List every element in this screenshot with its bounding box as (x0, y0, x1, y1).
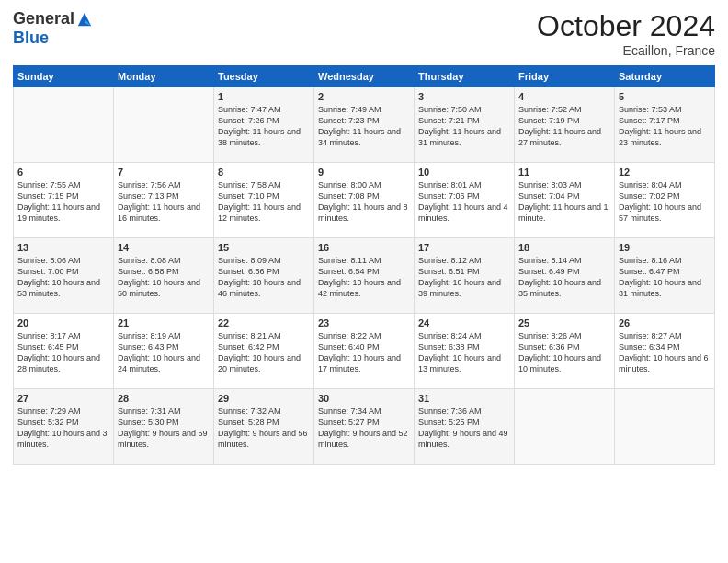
day-detail: Sunrise: 8:00 AM Sunset: 7:08 PM Dayligh… (318, 180, 408, 223)
day-detail: Sunrise: 7:34 AM Sunset: 5:27 PM Dayligh… (318, 407, 408, 449)
day-detail: Sunrise: 7:32 AM Sunset: 5:28 PM Dayligh… (218, 407, 308, 449)
calendar-cell (14, 87, 114, 163)
calendar-cell: 5Sunrise: 7:53 AM Sunset: 7:17 PM Daylig… (615, 87, 715, 163)
logo-icon (76, 11, 93, 28)
day-number: 4 (518, 91, 610, 102)
day-detail: Sunrise: 7:55 AM Sunset: 7:15 PM Dayligh… (17, 180, 100, 223)
calendar-cell: 20Sunrise: 8:17 AM Sunset: 6:45 PM Dayli… (14, 314, 114, 389)
calendar-cell: 21Sunrise: 8:19 AM Sunset: 6:43 PM Dayli… (114, 314, 214, 389)
calendar-cell: 14Sunrise: 8:08 AM Sunset: 6:58 PM Dayli… (114, 238, 214, 314)
day-detail: Sunrise: 8:16 AM Sunset: 6:47 PM Dayligh… (619, 256, 701, 298)
calendar-cell: 15Sunrise: 8:09 AM Sunset: 6:56 PM Dayli… (214, 238, 314, 314)
calendar-cell: 29Sunrise: 7:32 AM Sunset: 5:28 PM Dayli… (214, 389, 314, 465)
col-header-wednesday: Wednesday (314, 66, 415, 87)
day-detail: Sunrise: 8:26 AM Sunset: 6:36 PM Dayligh… (518, 331, 601, 373)
day-number: 23 (318, 317, 410, 328)
day-detail: Sunrise: 8:08 AM Sunset: 6:58 PM Dayligh… (118, 256, 200, 298)
week-row-1: 1Sunrise: 7:47 AM Sunset: 7:26 PM Daylig… (14, 87, 715, 163)
header: General Blue October 2024 Ecaillon, Fran… (13, 9, 715, 58)
calendar-cell: 10Sunrise: 8:01 AM Sunset: 7:06 PM Dayli… (415, 163, 515, 238)
calendar-cell: 2Sunrise: 7:49 AM Sunset: 7:23 PM Daylig… (314, 87, 415, 163)
calendar-cell: 17Sunrise: 8:12 AM Sunset: 6:51 PM Dayli… (415, 238, 515, 314)
logo-general-text: General (13, 9, 74, 29)
calendar-cell: 4Sunrise: 7:52 AM Sunset: 7:19 PM Daylig… (515, 87, 615, 163)
week-row-5: 27Sunrise: 7:29 AM Sunset: 5:32 PM Dayli… (14, 389, 715, 465)
day-detail: Sunrise: 7:50 AM Sunset: 7:21 PM Dayligh… (418, 105, 501, 147)
day-number: 28 (118, 393, 210, 404)
day-number: 6 (17, 167, 109, 178)
calendar-cell: 18Sunrise: 8:14 AM Sunset: 6:49 PM Dayli… (515, 238, 615, 314)
day-number: 21 (118, 317, 210, 328)
calendar-cell (114, 87, 214, 163)
day-detail: Sunrise: 7:52 AM Sunset: 7:19 PM Dayligh… (518, 105, 601, 147)
day-number: 3 (418, 91, 510, 102)
day-number: 15 (218, 242, 310, 253)
day-detail: Sunrise: 8:14 AM Sunset: 6:49 PM Dayligh… (518, 256, 601, 298)
day-number: 7 (118, 167, 210, 178)
col-header-friday: Friday (515, 66, 615, 87)
day-detail: Sunrise: 7:36 AM Sunset: 5:25 PM Dayligh… (418, 407, 508, 449)
day-number: 25 (518, 317, 610, 328)
week-row-4: 20Sunrise: 8:17 AM Sunset: 6:45 PM Dayli… (14, 314, 715, 389)
calendar-cell: 13Sunrise: 8:06 AM Sunset: 7:00 PM Dayli… (14, 238, 114, 314)
day-detail: Sunrise: 7:58 AM Sunset: 7:10 PM Dayligh… (218, 180, 301, 223)
col-header-sunday: Sunday (14, 66, 114, 87)
day-number: 17 (418, 242, 510, 253)
calendar-cell: 16Sunrise: 8:11 AM Sunset: 6:54 PM Dayli… (314, 238, 415, 314)
day-detail: Sunrise: 8:12 AM Sunset: 6:51 PM Dayligh… (418, 256, 501, 298)
day-number: 26 (619, 317, 711, 328)
calendar-cell (515, 389, 615, 465)
calendar-cell (615, 389, 715, 465)
day-detail: Sunrise: 7:56 AM Sunset: 7:13 PM Dayligh… (118, 180, 200, 223)
day-number: 16 (318, 242, 410, 253)
day-detail: Sunrise: 8:24 AM Sunset: 6:38 PM Dayligh… (418, 331, 501, 373)
calendar-header-row: SundayMondayTuesdayWednesdayThursdayFrid… (14, 66, 715, 87)
day-number: 20 (17, 317, 109, 328)
calendar-cell: 26Sunrise: 8:27 AM Sunset: 6:34 PM Dayli… (615, 314, 715, 389)
title-block: October 2024 Ecaillon, France (537, 9, 715, 58)
day-detail: Sunrise: 7:53 AM Sunset: 7:17 PM Dayligh… (619, 105, 701, 147)
calendar-cell: 9Sunrise: 8:00 AM Sunset: 7:08 PM Daylig… (314, 163, 415, 238)
calendar-cell: 30Sunrise: 7:34 AM Sunset: 5:27 PM Dayli… (314, 389, 415, 465)
calendar-cell: 11Sunrise: 8:03 AM Sunset: 7:04 PM Dayli… (515, 163, 615, 238)
day-detail: Sunrise: 8:06 AM Sunset: 7:00 PM Dayligh… (17, 256, 100, 298)
calendar-cell: 28Sunrise: 7:31 AM Sunset: 5:30 PM Dayli… (114, 389, 214, 465)
calendar-cell: 24Sunrise: 8:24 AM Sunset: 6:38 PM Dayli… (415, 314, 515, 389)
calendar-cell: 25Sunrise: 8:26 AM Sunset: 6:36 PM Dayli… (515, 314, 615, 389)
day-number: 9 (318, 167, 410, 178)
calendar-cell: 12Sunrise: 8:04 AM Sunset: 7:02 PM Dayli… (615, 163, 715, 238)
calendar-cell: 6Sunrise: 7:55 AM Sunset: 7:15 PM Daylig… (14, 163, 114, 238)
day-number: 29 (218, 393, 310, 404)
col-header-monday: Monday (114, 66, 214, 87)
day-detail: Sunrise: 8:11 AM Sunset: 6:54 PM Dayligh… (318, 256, 401, 298)
day-detail: Sunrise: 8:22 AM Sunset: 6:40 PM Dayligh… (318, 331, 401, 373)
week-row-3: 13Sunrise: 8:06 AM Sunset: 7:00 PM Dayli… (14, 238, 715, 314)
day-detail: Sunrise: 7:29 AM Sunset: 5:32 PM Dayligh… (17, 407, 108, 449)
day-number: 11 (518, 167, 610, 178)
day-number: 10 (418, 167, 510, 178)
calendar-cell: 3Sunrise: 7:50 AM Sunset: 7:21 PM Daylig… (415, 87, 515, 163)
day-detail: Sunrise: 8:01 AM Sunset: 7:06 PM Dayligh… (418, 180, 508, 223)
col-header-thursday: Thursday (415, 66, 515, 87)
calendar-cell: 19Sunrise: 8:16 AM Sunset: 6:47 PM Dayli… (615, 238, 715, 314)
day-number: 12 (619, 167, 711, 178)
day-number: 8 (218, 167, 310, 178)
day-number: 27 (17, 393, 109, 404)
day-number: 31 (418, 393, 510, 404)
col-header-tuesday: Tuesday (214, 66, 314, 87)
day-detail: Sunrise: 7:49 AM Sunset: 7:23 PM Dayligh… (318, 105, 401, 147)
calendar-cell: 1Sunrise: 7:47 AM Sunset: 7:26 PM Daylig… (214, 87, 314, 163)
day-number: 24 (418, 317, 510, 328)
logo-blue-text: Blue (13, 29, 49, 48)
day-number: 18 (518, 242, 610, 253)
calendar-table: SundayMondayTuesdayWednesdayThursdayFrid… (13, 65, 715, 465)
calendar-cell: 8Sunrise: 7:58 AM Sunset: 7:10 PM Daylig… (214, 163, 314, 238)
col-header-saturday: Saturday (615, 66, 715, 87)
calendar-cell: 27Sunrise: 7:29 AM Sunset: 5:32 PM Dayli… (14, 389, 114, 465)
page: General Blue October 2024 Ecaillon, Fran… (0, 0, 728, 563)
day-detail: Sunrise: 8:03 AM Sunset: 7:04 PM Dayligh… (518, 180, 609, 223)
day-detail: Sunrise: 8:27 AM Sunset: 6:34 PM Dayligh… (619, 331, 709, 373)
day-number: 13 (17, 242, 109, 253)
month-title: October 2024 (537, 9, 715, 43)
day-detail: Sunrise: 8:17 AM Sunset: 6:45 PM Dayligh… (17, 331, 100, 373)
